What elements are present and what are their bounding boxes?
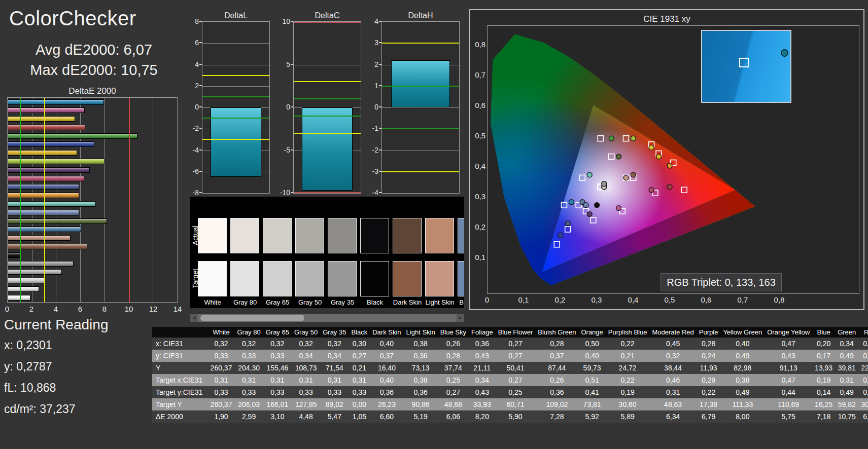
table-cell: 0,31 (263, 374, 292, 386)
measured-point (616, 206, 621, 211)
column-header: Orange Yellow (765, 327, 812, 338)
cie-chart-title: CIE 1931 xy (470, 14, 863, 24)
table-cell: 0,40 (370, 338, 403, 350)
table-cell: 24,72 (606, 362, 650, 374)
table-cell: 0,34 (292, 350, 320, 362)
table-cell: 0,22 (697, 386, 721, 398)
table-cell: 71,54 (320, 362, 349, 374)
table-cell: 0,32 (208, 338, 235, 350)
table-row[interactable]: y: CIE310,330,330,330,340,340,270,370,36… (152, 350, 868, 362)
y-tick-mark (199, 21, 202, 22)
x-tick-label: 10 (125, 305, 133, 313)
delta-bar (302, 107, 353, 191)
table-cell: 16,25 (812, 398, 835, 410)
cie-x-tick-label: 0,5 (665, 295, 675, 304)
gridline (202, 65, 269, 65)
table-row[interactable]: Target x:CIE310,310,310,310,310,310,310,… (152, 374, 868, 386)
deltah-chart-title: DeltaH (381, 11, 460, 20)
y-tick-label: -8 (185, 189, 199, 197)
measured-point (631, 172, 636, 177)
table-cell: 0,33 (263, 386, 292, 398)
table-cell: 0,00 (349, 398, 370, 410)
cie-y-tick-label: 0,3 (470, 192, 485, 201)
table-cell: 0,21 (349, 362, 370, 374)
reference-line (382, 171, 459, 172)
swatch-label: White (196, 298, 229, 306)
scroll-left-button[interactable]: ◄ (190, 314, 198, 322)
table-cell: 5,92 (578, 410, 605, 423)
reference-line (294, 116, 361, 117)
deltae-bar (8, 176, 84, 181)
gridline (294, 65, 361, 65)
table-cell: 0,32 (858, 386, 868, 398)
table-cell: 73,81 (578, 398, 605, 410)
reference-line (44, 98, 45, 302)
table-cell: 0,25 (496, 386, 536, 398)
table-cell: 0,49 (720, 386, 765, 398)
table-cell: 0,29 (697, 374, 721, 386)
cie-y-axis: 0,80,70,60,50,40,30,20,1 (470, 25, 485, 294)
reference-line (202, 118, 269, 119)
actual-swatch (328, 218, 357, 253)
table-cell: 0,17 (812, 350, 835, 362)
table-cell: 11,93 (697, 362, 721, 374)
table-row[interactable]: x: CIE310,320,320,320,320,320,300,400,38… (152, 338, 868, 350)
table-cell: 13,93 (812, 362, 835, 374)
scrollbar-thumb[interactable] (200, 315, 304, 321)
table-cell: 0,31 (320, 374, 349, 386)
table-cell: 6,60 (370, 410, 403, 423)
table-row[interactable]: Target Y260,37206,03166,01127,8589,020,0… (152, 398, 868, 410)
reference-line (202, 139, 269, 140)
y-tick-mark (379, 128, 381, 129)
table-cell: 166,01 (263, 398, 292, 410)
gridline (105, 98, 105, 302)
swatch-label: Black (359, 298, 391, 306)
table-cell: 21,11 (469, 362, 496, 374)
table-cell: 90,86 (404, 398, 438, 410)
y-tick-mark (199, 64, 202, 65)
inset-target-marker (739, 58, 749, 67)
measured-point (587, 212, 592, 217)
table-row[interactable]: ΔE 20001,902,593,104,485,471,056,605,196… (152, 410, 868, 423)
swatch-scrollbar[interactable]: ◄ ► (190, 314, 464, 322)
table-cell: 0,36 (469, 338, 496, 350)
table-cell: 22,93 (858, 362, 868, 374)
table-cell: 0,28 (438, 350, 469, 362)
cie-y-tick-label: 0,8 (470, 40, 485, 49)
cie-y-tick-label: 0,1 (470, 253, 485, 261)
cie-x-tick-label: 0 (485, 295, 489, 304)
deltae-bar (8, 218, 107, 224)
deltae-bar (8, 295, 30, 301)
table-cell: 0,30 (349, 338, 370, 350)
table-cell: 16,40 (370, 362, 403, 374)
table-cell: 30,60 (606, 398, 650, 410)
rgb-triplet-readout: RGB Triplet: 0, 133, 163 (661, 273, 782, 291)
measurement-table: WhiteGray 80Gray 65Gray 50Gray 35BlackDa… (152, 327, 868, 423)
table-row[interactable]: Y260,37204,30155,46108,7371,540,2116,407… (152, 362, 868, 374)
reference-line (382, 86, 459, 87)
y-tick-label: 4 (185, 60, 199, 68)
table-corner-cell (152, 327, 208, 338)
table-cell: 73,13 (404, 362, 438, 374)
y-tick-label: 2 (364, 60, 378, 68)
table-cell: 260,37 (208, 362, 235, 374)
table-cell: 0,50 (578, 338, 605, 350)
column-header: Bluish Green (535, 327, 578, 338)
y-tick-mark (199, 171, 202, 172)
deltae-bar (8, 235, 71, 241)
y-tick-mark (199, 42, 202, 43)
current-reading-cdm2: cd/m²: 37,237 (4, 402, 76, 416)
measured-point (595, 203, 600, 208)
table-cell: 0,41 (578, 386, 605, 398)
reference-line (294, 81, 361, 82)
table-cell: 2,59 (234, 410, 263, 423)
scroll-right-button[interactable]: ► (457, 314, 464, 322)
y-tick-mark (291, 106, 293, 107)
swatch-label: Gray 35 (326, 298, 359, 306)
cie-x-tick-label: 0,4 (628, 295, 639, 304)
cie-x-tick-label: 0,2 (555, 295, 566, 304)
table-cell: 48,68 (438, 398, 469, 410)
table-row[interactable]: Target y:CIE310,330,330,330,330,330,330,… (152, 386, 868, 398)
table-cell: 0,40 (578, 350, 605, 362)
measured-point (667, 184, 672, 190)
